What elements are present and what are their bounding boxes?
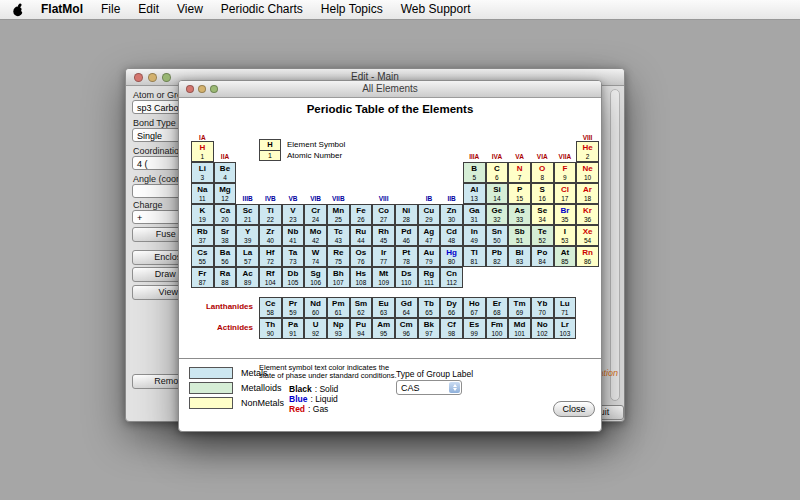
group-label-type-dropdown[interactable]: CAS	[396, 380, 462, 395]
element-Re[interactable]: Re75	[327, 246, 350, 267]
element-Po[interactable]: Po84	[531, 246, 554, 267]
element-Tc[interactable]: Tc43	[327, 225, 350, 246]
element-H[interactable]: H1	[191, 141, 214, 162]
element-Fe[interactable]: Fe26	[350, 204, 373, 225]
element-Rg[interactable]: Rg111	[418, 267, 441, 288]
element-Bh[interactable]: Bh107	[327, 267, 350, 288]
element-Am[interactable]: Am95	[372, 318, 395, 339]
element-Ca[interactable]: Ca20	[214, 204, 237, 225]
menu-edit[interactable]: Edit	[129, 0, 168, 19]
element-Cm[interactable]: Cm96	[395, 318, 418, 339]
element-Rf[interactable]: Rf104	[259, 267, 282, 288]
element-Md[interactable]: Md101	[508, 318, 531, 339]
menu-view[interactable]: View	[168, 0, 212, 19]
element-Mn[interactable]: Mn25	[327, 204, 350, 225]
scrollbar[interactable]	[610, 89, 620, 401]
close-button[interactable]: Close	[553, 401, 595, 417]
element-K[interactable]: K19	[191, 204, 214, 225]
element-Tm[interactable]: Tm69	[508, 297, 531, 318]
element-Ne[interactable]: Ne10	[576, 162, 599, 183]
element-Sc[interactable]: Sc21	[236, 204, 259, 225]
element-Nb[interactable]: Nb41	[282, 225, 305, 246]
element-Ga[interactable]: Ga31	[463, 204, 486, 225]
element-Bi[interactable]: Bi83	[508, 246, 531, 267]
menu-help-topics[interactable]: Help Topics	[312, 0, 392, 19]
element-In[interactable]: In49	[463, 225, 486, 246]
element-Na[interactable]: Na11	[191, 183, 214, 204]
element-Xe[interactable]: Xe54	[576, 225, 599, 246]
element-Ni[interactable]: Ni28	[395, 204, 418, 225]
menu-periodic-charts[interactable]: Periodic Charts	[212, 0, 312, 19]
element-Pa[interactable]: Pa91	[282, 318, 305, 339]
element-Ru[interactable]: Ru44	[350, 225, 373, 246]
element-C[interactable]: C6	[486, 162, 509, 183]
element-I[interactable]: I53	[554, 225, 577, 246]
element-La[interactable]: La57	[236, 246, 259, 267]
element-Si[interactable]: Si14	[486, 183, 509, 204]
element-Gd[interactable]: Gd64	[395, 297, 418, 318]
element-Ra[interactable]: Ra88	[214, 267, 237, 288]
dialog-titlebar[interactable]: All Elements	[179, 81, 601, 98]
element-Os[interactable]: Os76	[350, 246, 373, 267]
element-Al[interactable]: Al13	[463, 183, 486, 204]
element-He[interactable]: He2	[576, 141, 599, 162]
element-Mg[interactable]: Mg12	[214, 183, 237, 204]
element-Ir[interactable]: Ir77	[372, 246, 395, 267]
element-W[interactable]: W74	[304, 246, 327, 267]
element-Cu[interactable]: Cu29	[418, 204, 441, 225]
element-Np[interactable]: Np93	[327, 318, 350, 339]
element-V[interactable]: V23	[282, 204, 305, 225]
element-Ge[interactable]: Ge32	[486, 204, 509, 225]
element-Fm[interactable]: Fm100	[486, 318, 509, 339]
element-Pu[interactable]: Pu94	[350, 318, 373, 339]
element-Pm[interactable]: Pm61	[327, 297, 350, 318]
element-Ac[interactable]: Ac89	[236, 267, 259, 288]
element-Hf[interactable]: Hf72	[259, 246, 282, 267]
element-Cn[interactable]: Cn112	[440, 267, 463, 288]
element-Sg[interactable]: Sg106	[304, 267, 327, 288]
element-Rn[interactable]: Rn86	[576, 246, 599, 267]
element-Y[interactable]: Y39	[236, 225, 259, 246]
element-As[interactable]: As33	[508, 204, 531, 225]
element-Lr[interactable]: Lr103	[554, 318, 577, 339]
element-Tb[interactable]: Tb65	[418, 297, 441, 318]
menu-app-name[interactable]: FlatMol	[32, 0, 92, 19]
element-N[interactable]: N7	[508, 162, 531, 183]
element-Ds[interactable]: Ds110	[395, 267, 418, 288]
element-Yb[interactable]: Yb70	[531, 297, 554, 318]
element-Li[interactable]: Li3	[191, 162, 214, 183]
element-Be[interactable]: Be4	[214, 162, 237, 183]
element-Cl[interactable]: Cl17	[554, 183, 577, 204]
element-Se[interactable]: Se34	[531, 204, 554, 225]
element-No[interactable]: No102	[531, 318, 554, 339]
element-Nd[interactable]: Nd60	[304, 297, 327, 318]
apple-menu-icon[interactable]	[0, 3, 32, 17]
element-Cs[interactable]: Cs55	[191, 246, 214, 267]
element-Pr[interactable]: Pr59	[282, 297, 305, 318]
element-F[interactable]: F9	[554, 162, 577, 183]
element-Es[interactable]: Es99	[463, 318, 486, 339]
element-Dy[interactable]: Dy66	[440, 297, 463, 318]
element-Ba[interactable]: Ba56	[214, 246, 237, 267]
element-Lu[interactable]: Lu71	[554, 297, 577, 318]
element-Sb[interactable]: Sb51	[508, 225, 531, 246]
element-Au[interactable]: Au79	[418, 246, 441, 267]
element-Fr[interactable]: Fr87	[191, 267, 214, 288]
element-S[interactable]: S16	[531, 183, 554, 204]
element-Co[interactable]: Co27	[372, 204, 395, 225]
element-Mo[interactable]: Mo42	[304, 225, 327, 246]
element-Ti[interactable]: Ti22	[259, 204, 282, 225]
element-Rh[interactable]: Rh45	[372, 225, 395, 246]
element-U[interactable]: U92	[304, 318, 327, 339]
element-Pb[interactable]: Pb82	[486, 246, 509, 267]
element-Ar[interactable]: Ar18	[576, 183, 599, 204]
element-Mt[interactable]: Mt109	[372, 267, 395, 288]
element-Zr[interactable]: Zr40	[259, 225, 282, 246]
element-O[interactable]: O8	[531, 162, 554, 183]
element-Cr[interactable]: Cr24	[304, 204, 327, 225]
element-Br[interactable]: Br35	[554, 204, 577, 225]
element-Cf[interactable]: Cf98	[440, 318, 463, 339]
element-Hg[interactable]: Hg80	[440, 246, 463, 267]
element-Rb[interactable]: Rb37	[191, 225, 214, 246]
element-Sn[interactable]: Sn50	[486, 225, 509, 246]
